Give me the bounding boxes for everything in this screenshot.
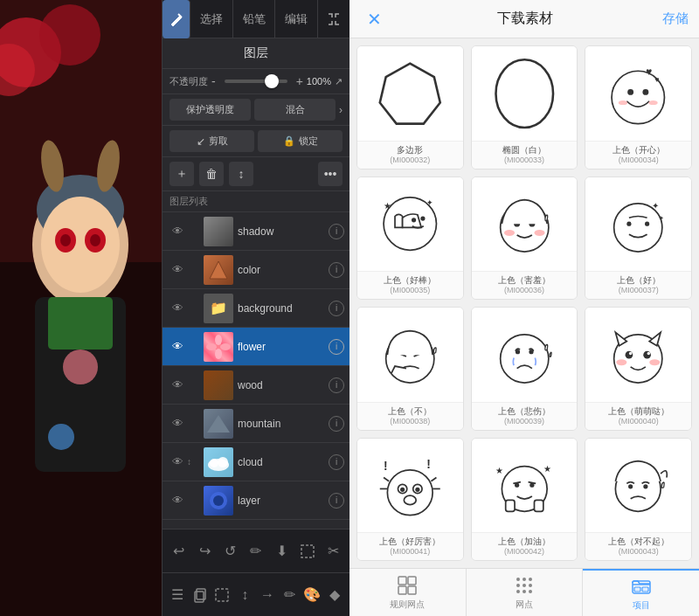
- clip-lock-row: ↙ 剪取 🔒 锁定: [163, 126, 350, 157]
- pencil-tool-button[interactable]: 铅笔: [233, 0, 276, 38]
- text-button[interactable]: ✏: [279, 581, 301, 609]
- layer-info-shadow[interactable]: i: [329, 224, 344, 239]
- blend-mode-button[interactable]: 混合: [254, 99, 336, 121]
- layer-visibility-wood[interactable]: 👁: [168, 376, 187, 395]
- material-thumb-shy: [472, 177, 578, 272]
- svg-rect-78: [505, 501, 514, 512]
- delete-layer-button[interactable]: 🗑: [199, 162, 224, 186]
- material-item-cute[interactable]: 上色（萌萌哒） (MI000040): [585, 307, 692, 431]
- selection-button[interactable]: [211, 581, 234, 609]
- opacity-label: 不透明度: [170, 75, 208, 88]
- protect-transparency-button[interactable]: 保护透明度: [170, 99, 251, 121]
- pen-tool-button[interactable]: ✏: [243, 537, 268, 565]
- material-label-amazing: 上色（好厉害） (MI000041): [357, 532, 463, 560]
- material-item-amazing[interactable]: ! ! 上色（好厉害） (MI000041): [356, 438, 464, 562]
- svg-point-36: [643, 89, 649, 95]
- layer-info-layer[interactable]: i: [329, 493, 344, 509]
- svg-point-91: [529, 578, 532, 581]
- color-button[interactable]: 🎨: [301, 581, 324, 609]
- layer-item-flower[interactable]: 👁 flower i: [163, 328, 350, 366]
- svg-point-52: [627, 222, 632, 226]
- select-tool-button[interactable]: 选择: [190, 0, 233, 38]
- layer-info-color[interactable]: i: [329, 262, 344, 278]
- transform-button[interactable]: ↕: [233, 581, 256, 609]
- panel-title: 下载素材: [388, 10, 662, 28]
- layer-name-shadow: shadow: [238, 225, 329, 238]
- copy-button[interactable]: [189, 581, 211, 609]
- svg-point-89: [516, 578, 520, 581]
- layer-info-background[interactable]: i: [329, 301, 344, 316]
- save-button[interactable]: 存储: [662, 10, 689, 27]
- material-thumb-oval: [472, 46, 578, 141]
- svg-point-77: [529, 483, 534, 488]
- layer-info-wood[interactable]: i: [329, 377, 344, 393]
- shape-button[interactable]: ◆: [323, 581, 346, 609]
- opacity-expand-icon[interactable]: ↗: [335, 76, 343, 87]
- undo-button[interactable]: ↩: [166, 537, 191, 565]
- material-item-good[interactable]: ✦ ✦ 上色（好） (MI000037): [585, 176, 692, 301]
- lasso-button[interactable]: ✂: [321, 537, 346, 565]
- layer-item-background[interactable]: 👁 📁 background i: [163, 289, 350, 328]
- add-layer-button[interactable]: ＋: [170, 162, 194, 186]
- material-item-happy[interactable]: ♥ ♥ 上色（开心） (MI000034): [585, 45, 692, 170]
- folder-icon: [630, 575, 653, 598]
- material-item-polygon[interactable]: 多边形 (MI000032): [356, 45, 464, 170]
- close-button[interactable]: ✕: [360, 5, 388, 33]
- grid1-icon: [396, 574, 419, 597]
- opacity-minus-button[interactable]: -: [208, 74, 219, 88]
- layer-visibility-mountain[interactable]: 👁: [168, 414, 187, 433]
- redo-button[interactable]: ↪: [191, 537, 217, 565]
- opacity-slider[interactable]: [225, 80, 287, 83]
- svg-text:!: !: [384, 460, 388, 473]
- menu-button[interactable]: ☰: [166, 581, 189, 609]
- lock-button[interactable]: 🔒 锁定: [258, 130, 343, 152]
- material-item-oval[interactable]: 椭圆（白） (MI000033): [471, 45, 578, 170]
- layer-info-cloud[interactable]: i: [329, 454, 344, 470]
- svg-rect-87: [398, 586, 406, 594]
- layer-visibility-shadow[interactable]: 👁: [168, 222, 187, 241]
- layer-item-cloud[interactable]: 👁 ↕ cloud i: [163, 443, 350, 481]
- nav-item-folder[interactable]: 项目: [583, 569, 699, 616]
- svg-marker-23: [207, 415, 230, 433]
- layer-item-color[interactable]: 👁 color i: [163, 251, 350, 289]
- layer-visibility-color[interactable]: 👁: [168, 260, 187, 280]
- material-item-goodjob[interactable]: ★ ✦ 上色（好棒） (MI000035): [356, 176, 464, 301]
- material-item-cheer[interactable]: ★ ★ 上色（加油） (MI000042): [471, 438, 578, 562]
- layer-visibility-flower[interactable]: 👁: [168, 337, 187, 356]
- arrow-button[interactable]: →: [256, 581, 279, 609]
- blend-row: 保护透明度 混合 ›: [163, 94, 350, 126]
- layer-item-shadow[interactable]: 👁 shadow i: [163, 212, 350, 251]
- layers-title: 图层: [163, 38, 350, 69]
- move-layer-button[interactable]: ↕: [229, 162, 253, 186]
- more-options-button[interactable]: •••: [318, 162, 343, 186]
- toolbar-expand-button[interactable]: [318, 0, 350, 38]
- material-item-sad[interactable]: 上色（悲伤） (MI000039): [471, 307, 578, 431]
- material-item-sorry[interactable]: 上色（对不起） (MI000043): [585, 438, 692, 562]
- layer-item-layer[interactable]: 👁 layer i: [163, 481, 350, 520]
- layer-info-mountain[interactable]: i: [329, 416, 344, 432]
- layer-visibility-cloud[interactable]: 👁: [168, 453, 187, 472]
- material-thumb-cheer: ★ ★: [472, 439, 578, 533]
- svg-point-96: [523, 590, 526, 593]
- layer-visibility-layer[interactable]: 👁: [168, 491, 187, 510]
- edit-tool-button[interactable]: 编辑: [275, 0, 318, 38]
- svg-point-49: [504, 230, 515, 236]
- layer-visibility-background[interactable]: 👁: [168, 299, 187, 318]
- material-item-shy[interactable]: 上色（害羞） (MI000036): [471, 176, 578, 301]
- layer-item-wood[interactable]: 👁 wood i: [163, 366, 350, 405]
- layer-info-flower[interactable]: i: [329, 339, 344, 355]
- nav-item-grid1[interactable]: 规则网点: [350, 569, 467, 616]
- download-button[interactable]: ⬇: [269, 537, 294, 565]
- svg-point-43: [420, 217, 425, 221]
- clip-button[interactable]: ↙ 剪取: [170, 130, 254, 152]
- nav-item-grid2[interactable]: 网点: [467, 569, 584, 616]
- material-item-no[interactable]: 上色（不） (MI000038): [356, 307, 464, 431]
- svg-point-40: [649, 100, 658, 105]
- rotate-button[interactable]: ↺: [218, 537, 243, 565]
- select-rect-button[interactable]: [294, 537, 320, 565]
- material-label-cheer: 上色（加油） (MI000042): [472, 532, 578, 560]
- brush-tool-button[interactable]: [163, 0, 190, 38]
- layer-item-mountain[interactable]: 👁 mountain i: [163, 405, 350, 443]
- svg-point-39: [619, 100, 627, 105]
- opacity-plus-button[interactable]: +: [293, 74, 307, 88]
